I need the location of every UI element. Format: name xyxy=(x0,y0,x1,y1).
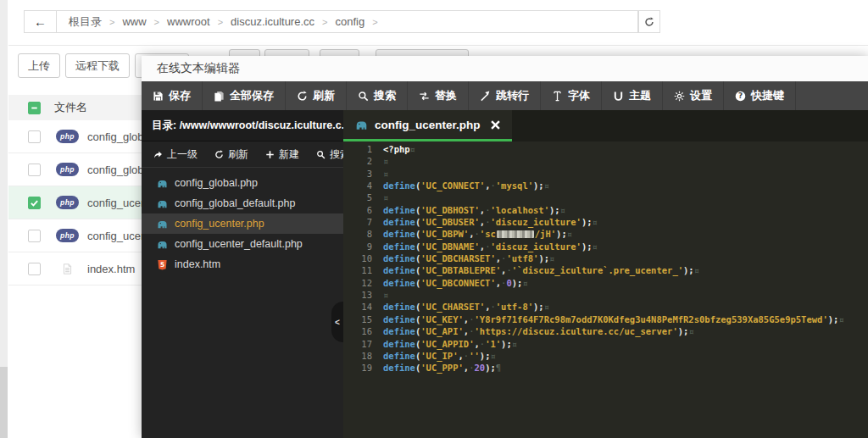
tree-item-label: config_ucenter_default.php xyxy=(175,238,303,250)
font-icon xyxy=(552,91,563,102)
code-content: <?php¤¤¤define('UC_CONNECT',·'mysql');¤¤… xyxy=(372,143,868,438)
tree-item[interactable]: 5index.htm xyxy=(142,254,343,274)
editor-toolbar-theme[interactable]: 主题 xyxy=(602,81,663,110)
editor-toolbar-help[interactable]: ?快捷键 xyxy=(724,81,796,110)
tree-item[interactable]: config_ucenter.php xyxy=(142,213,343,234)
tree-item-label: config_ucenter.php xyxy=(175,218,264,230)
close-icon[interactable] xyxy=(491,120,500,130)
file-list-header-label: 文件名 xyxy=(54,100,87,115)
row-checkbox[interactable] xyxy=(28,263,41,275)
breadcrumb-separator: > xyxy=(109,17,114,27)
code-line: define('UC_KEY',·'Y8r9f71f64F7Rc98m7odd7… xyxy=(383,313,868,325)
code-line: define('UC_DBCHARSET',·'utf8');¤ xyxy=(383,252,868,264)
line-number: 10 xyxy=(343,252,372,264)
breadcrumb-item-4[interactable]: config xyxy=(335,15,364,28)
sidebar-action-refresh[interactable]: 刷新 xyxy=(206,147,257,162)
breadcrumb-separator: > xyxy=(218,17,223,27)
code-line: define('UC_CONNECT',·'mysql');¤ xyxy=(383,180,868,191)
sidebar-collapse-handle[interactable]: < xyxy=(331,302,343,342)
php-elephant-icon xyxy=(157,198,168,209)
sidebar-action-up-level[interactable]: 上一级 xyxy=(145,147,206,162)
line-number: 18 xyxy=(343,350,372,362)
code-line: define('UC_DBTABLEPRE',·'`discuz_icultur… xyxy=(383,264,868,276)
php-elephant-icon xyxy=(157,239,168,250)
line-number: 1 xyxy=(343,143,372,155)
code-line: define('UC_CHARSET',·'utf-8');¤ xyxy=(383,301,868,313)
editor-toolbar-search[interactable]: 搜索 xyxy=(347,81,408,110)
save-icon xyxy=(153,91,164,102)
refresh-button[interactable] xyxy=(638,10,660,33)
editor-toolbar-save[interactable]: 保存 xyxy=(142,81,203,110)
tree-item-label: index.htm xyxy=(175,258,220,270)
search-icon xyxy=(316,150,326,159)
editor-toolbar-goto-line[interactable]: 跳转行 xyxy=(469,81,541,110)
redacted-password xyxy=(497,230,534,238)
row-checkbox[interactable] xyxy=(28,164,41,176)
select-all-checkbox[interactable] xyxy=(28,102,41,114)
tree-item[interactable]: config_ucenter_default.php xyxy=(142,234,343,254)
file-toolbar-button-0[interactable]: 上传 xyxy=(18,53,60,78)
tree-item[interactable]: config_global_default.php xyxy=(142,193,343,213)
breadcrumb: 根目录>www>wwwroot>discuz.iculture.cc>confi… xyxy=(57,11,378,32)
html5-icon: 5 xyxy=(157,259,168,270)
php-file-icon: php xyxy=(56,163,79,176)
php-elephant-icon xyxy=(355,119,368,130)
gear-icon xyxy=(674,91,685,102)
line-number: 8 xyxy=(343,228,372,240)
code-line: ¤ xyxy=(383,168,868,180)
replace-icon xyxy=(419,91,430,102)
line-number: 7 xyxy=(343,216,372,228)
code-line: ¤ xyxy=(383,155,868,167)
line-number: 15 xyxy=(343,313,372,325)
line-number: 3 xyxy=(343,168,372,180)
line-number: 4 xyxy=(343,180,372,191)
editor-dialog: 在线文本编辑器 保存全部保存刷新搜索替换跳转行字体主题设置?快捷键 目录: /w… xyxy=(142,56,868,438)
chevron-left-icon: < xyxy=(335,318,340,327)
line-number: 11 xyxy=(343,264,372,276)
code-line: define('UC_DBUSER',·'discuz_iculture');¤ xyxy=(383,216,868,228)
breadcrumb-item-0[interactable]: 根目录 xyxy=(69,14,102,30)
breadcrumb-separator: > xyxy=(154,17,159,27)
plus-icon xyxy=(265,150,275,159)
editor-toolbar-save-all[interactable]: 全部保存 xyxy=(203,81,286,110)
line-number: 14 xyxy=(343,301,372,313)
row-checkbox[interactable] xyxy=(28,130,41,143)
php-file-icon: php xyxy=(56,196,79,209)
code-line: define('UC_DBHOST',·'localhost');¤ xyxy=(383,204,868,216)
page-scrollbar-thumb[interactable] xyxy=(0,367,8,438)
row-checkbox[interactable] xyxy=(28,230,41,242)
editor-toolbar-gear[interactable]: 设置 xyxy=(663,81,724,110)
file-toolbar-button-1[interactable]: 远程下载 xyxy=(65,53,130,78)
sidebar-action-plus[interactable]: 新建 xyxy=(257,147,308,162)
code-line: define('UC_APPID',·'1');¤ xyxy=(383,338,868,350)
line-number: 13 xyxy=(343,289,372,301)
line-number-gutter: 12345678910111213141516171819 xyxy=(343,143,372,438)
code-line: ¤ xyxy=(383,191,868,203)
editor-toolbar-refresh[interactable]: 刷新 xyxy=(286,81,347,110)
php-file-icon: php xyxy=(56,130,79,143)
editor-body: 目录: /www/wwwroot/discuz.iculture.c... 上一… xyxy=(142,110,868,438)
code-editor[interactable]: 12345678910111213141516171819 <?php¤¤¤de… xyxy=(343,141,868,438)
tab-label: config_ucenter.php xyxy=(375,119,481,131)
breadcrumb-separator: > xyxy=(322,17,327,27)
row-checkbox[interactable] xyxy=(28,197,41,209)
file-tree: config_global.phpconfig_global_default.p… xyxy=(142,168,343,438)
editor-toolbar-font[interactable]: 字体 xyxy=(541,81,602,110)
arrow-left-icon: ← xyxy=(34,14,47,29)
breadcrumb-separator: > xyxy=(372,17,377,27)
editor-title: 在线文本编辑器 xyxy=(142,56,868,81)
tree-item[interactable]: config_global.php xyxy=(142,173,343,193)
line-number: 19 xyxy=(343,362,372,374)
code-line: define('UC_DBNAME',·'discuz_iculture');¤ xyxy=(383,241,868,252)
editor-tabbar: config_ucenter.php xyxy=(343,110,868,141)
save-all-icon xyxy=(214,91,225,102)
breadcrumb-bar: ← 根目录>www>wwwroot>discuz.iculture.cc>con… xyxy=(24,10,638,33)
breadcrumb-item-1[interactable]: www xyxy=(122,15,146,28)
goto-line-icon xyxy=(480,91,491,102)
back-button[interactable]: ← xyxy=(25,11,57,32)
editor-toolbar-replace[interactable]: 替换 xyxy=(408,81,469,110)
tab-config-ucenter[interactable]: config_ucenter.php xyxy=(343,110,512,141)
breadcrumb-item-3[interactable]: discuz.iculture.cc xyxy=(231,15,314,28)
breadcrumb-item-2[interactable]: wwwroot xyxy=(167,15,210,28)
file-manager-screen: ← 根目录>www>wwwroot>discuz.iculture.cc>con… xyxy=(0,0,868,438)
